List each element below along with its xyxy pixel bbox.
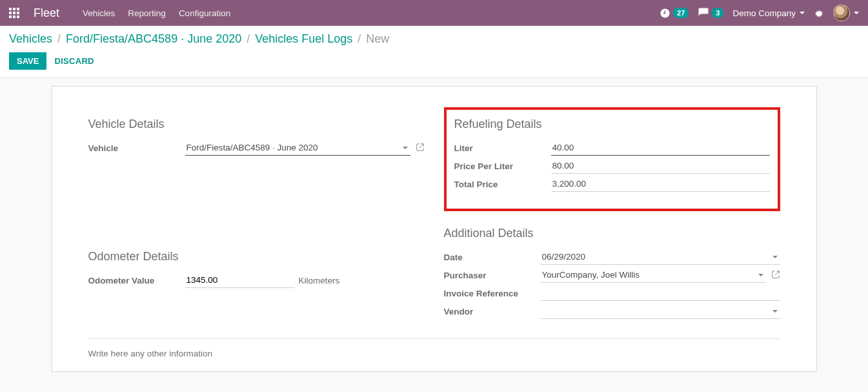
- clock-icon: [660, 8, 671, 19]
- discuss-count: 3: [712, 8, 723, 18]
- breadcrumb-sep: /: [56, 32, 62, 46]
- section-odometer-details: Odometer Details: [88, 250, 425, 263]
- svg-rect-8: [17, 15, 19, 18]
- breadcrumb-sep: /: [245, 32, 251, 46]
- breadcrumb-sep: /: [356, 32, 362, 46]
- nav-vehicles[interactable]: Vehicles: [83, 8, 115, 18]
- liter-input[interactable]: [551, 140, 770, 156]
- liter-label: Liter: [454, 143, 551, 153]
- total-price-input[interactable]: [551, 176, 770, 192]
- nav-reporting[interactable]: Reporting: [128, 8, 166, 18]
- discuss-indicator[interactable]: 3: [698, 7, 723, 19]
- form-sheet: Vehicle Details Vehicle Odometer Details…: [52, 86, 817, 372]
- purchaser-input[interactable]: [541, 267, 766, 283]
- company-switcher[interactable]: Demo Company: [732, 8, 805, 18]
- field-vendor: Vendor: [444, 302, 780, 320]
- debug-icon[interactable]: [814, 8, 824, 18]
- svg-rect-5: [17, 12, 19, 14]
- field-total-price: Total Price: [454, 175, 770, 193]
- save-button[interactable]: SAVE: [9, 52, 46, 70]
- field-liter: Liter: [454, 139, 770, 157]
- field-invoice-ref: Invoice Reference: [444, 284, 780, 302]
- invoice-ref-input[interactable]: [541, 285, 780, 301]
- brand-title[interactable]: Fleet: [34, 6, 59, 20]
- chevron-down-icon: [854, 12, 859, 14]
- avatar: [833, 5, 850, 21]
- company-label: Demo Company: [732, 8, 796, 18]
- activity-indicator[interactable]: 27: [660, 8, 689, 19]
- svg-rect-2: [17, 8, 19, 10]
- chevron-down-icon: [800, 12, 805, 14]
- svg-rect-3: [9, 12, 12, 14]
- breadcrumb-vehicles[interactable]: Vehicles: [9, 32, 52, 46]
- notes-input[interactable]: [88, 349, 780, 358]
- vendor-label: Vendor: [444, 307, 541, 316]
- field-purchaser: Purchaser: [444, 266, 780, 284]
- left-column: Vehicle Details Vehicle Odometer Details…: [88, 102, 425, 320]
- nav-links: Vehicles Reporting Configuration: [83, 8, 230, 18]
- refueling-highlight: Refueling Details Liter Price Per Liter: [444, 107, 780, 211]
- topbar-right: 27 3 Demo Company: [660, 5, 859, 21]
- odometer-input[interactable]: [185, 273, 295, 288]
- vehicle-input[interactable]: [185, 140, 410, 156]
- vehicle-label: Vehicle: [88, 143, 185, 153]
- ppl-label: Price Per Liter: [454, 161, 551, 171]
- field-date: Date: [444, 248, 780, 266]
- right-column: Refueling Details Liter Price Per Liter: [444, 102, 780, 320]
- svg-rect-4: [13, 12, 15, 14]
- purchaser-label: Purchaser: [444, 271, 541, 280]
- nav-configuration[interactable]: Configuration: [179, 8, 230, 18]
- vendor-input[interactable]: [541, 304, 780, 319]
- sheet-outer: Vehicle Details Vehicle Odometer Details…: [0, 78, 868, 372]
- odometer-unit: Kilometers: [299, 276, 340, 285]
- chat-icon: [698, 7, 709, 19]
- field-odometer: Odometer Value Kilometers: [88, 271, 425, 289]
- date-label: Date: [444, 253, 541, 262]
- section-refueling-details: Refueling Details: [454, 118, 770, 131]
- ppl-input[interactable]: [551, 158, 770, 174]
- notes-area: [88, 338, 780, 358]
- control-panel: Vehicles / Ford/Fiesta/ABC4589 · June 20…: [0, 26, 868, 78]
- breadcrumb-vehicle-record[interactable]: Ford/Fiesta/ABC4589 · June 2020: [66, 32, 241, 46]
- user-menu[interactable]: [833, 5, 859, 21]
- date-input[interactable]: [541, 249, 780, 265]
- breadcrumb-current: New: [366, 32, 389, 46]
- apps-icon[interactable]: [9, 8, 19, 18]
- section-additional-details: Additional Details: [444, 227, 780, 240]
- svg-rect-1: [13, 8, 15, 10]
- svg-rect-0: [9, 8, 12, 10]
- invoice-ref-label: Invoice Reference: [444, 289, 541, 298]
- external-link-icon[interactable]: [416, 143, 425, 154]
- topbar: Fleet Vehicles Reporting Configuration 2…: [0, 0, 868, 26]
- svg-rect-6: [9, 15, 12, 18]
- odometer-label: Odometer Value: [88, 276, 185, 285]
- form-actions: SAVE DISCARD: [9, 52, 859, 70]
- breadcrumb: Vehicles / Ford/Fiesta/ABC4589 · June 20…: [9, 32, 859, 46]
- breadcrumb-fuel-logs[interactable]: Vehicles Fuel Logs: [255, 32, 352, 46]
- field-price-per-liter: Price Per Liter: [454, 157, 770, 175]
- discard-button[interactable]: DISCARD: [54, 56, 94, 66]
- field-vehicle: Vehicle: [88, 139, 425, 157]
- svg-rect-7: [13, 15, 15, 18]
- external-link-icon[interactable]: [771, 270, 780, 281]
- total-price-label: Total Price: [454, 180, 551, 189]
- section-vehicle-details: Vehicle Details: [88, 118, 425, 131]
- activity-count: 27: [673, 8, 689, 18]
